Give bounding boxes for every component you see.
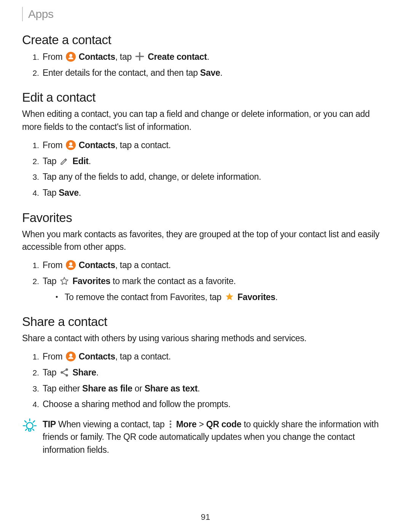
text: , tap (115, 52, 132, 62)
svg-point-10 (69, 354, 72, 357)
favorites-label: Favorites (237, 292, 276, 302)
contacts-icon (66, 52, 76, 62)
contacts-label: Contacts (79, 260, 115, 270)
save-label: Save (59, 188, 79, 198)
more-label: More (176, 419, 197, 429)
list-item: Tap Share. (41, 366, 389, 380)
svg-line-14 (63, 370, 66, 372)
text: . (220, 68, 222, 78)
heading-favorites: Favorites (22, 211, 389, 225)
svg-line-15 (63, 373, 66, 375)
list-item: Tap Save. (41, 186, 389, 200)
list-item: From Contacts, tap a contact. (41, 139, 389, 152)
share-icon (59, 367, 69, 377)
svg-line-18 (33, 421, 35, 422)
list-item: Tap Edit. (41, 155, 389, 168)
star-outline-icon (59, 276, 69, 286)
contacts-label: Contacts (79, 140, 115, 150)
list-item: Tap any of the fields to add, change, or… (41, 170, 389, 184)
svg-point-5 (69, 142, 72, 145)
save-label: Save (200, 68, 220, 78)
list-item: From Contacts, tap Create contact. (41, 50, 389, 64)
paragraph: When you mark contacts as favorites, the… (22, 228, 389, 254)
tip-label: TIP (43, 419, 56, 429)
text: From (43, 260, 62, 270)
text: Tap (43, 156, 56, 166)
svg-point-1 (69, 54, 72, 57)
contacts-icon (66, 351, 76, 361)
text: When viewing a contact, tap (56, 419, 165, 429)
text: . (207, 52, 209, 62)
sub-list: To remove the contact from Favorites, ta… (43, 291, 389, 304)
list-item: Tap either Share as file or Share as tex… (41, 382, 389, 396)
list-item: Tap Favorites to mark the contact as a f… (41, 275, 389, 304)
heading-edit-contact: Edit a contact (22, 90, 389, 105)
text: or (132, 383, 145, 393)
qr-code-label: QR code (206, 419, 241, 429)
favorites-label: Favorites (72, 276, 110, 286)
svg-point-8 (69, 262, 72, 265)
text: From (43, 140, 62, 150)
text: To remove the contact from Favorites, ta… (65, 292, 221, 302)
contacts-icon (66, 260, 76, 270)
page-number: 91 (0, 512, 411, 522)
text: Tap (43, 367, 56, 377)
heading-share-contact: Share a contact (22, 315, 389, 329)
tip-callout: TIP When viewing a contact, tap More > Q… (22, 418, 389, 456)
text: . (276, 292, 278, 302)
plus-icon (135, 51, 145, 61)
svg-rect-24 (29, 429, 31, 431)
breadcrumb-label: Apps (28, 8, 53, 21)
text: Tap (43, 188, 59, 198)
contacts-label: Contacts (79, 52, 115, 62)
list-item: Choose a sharing method and follow the p… (41, 398, 389, 411)
text: . (89, 156, 91, 166)
share-as-text-label: Share as text (145, 383, 198, 393)
list-item: To remove the contact from Favorites, ta… (54, 291, 389, 304)
star-filled-icon (225, 292, 234, 302)
steps-edit-contact: From Contacts, tap a contact. Tap Edit. … (22, 139, 389, 200)
edit-label: Edit (72, 156, 88, 166)
text: , tap a contact. (115, 140, 171, 150)
paragraph: Share a contact with others by using var… (22, 332, 389, 345)
text: to mark the contact as a favorite. (110, 276, 236, 286)
steps-create-contact: From Contacts, tap Create contact. Enter… (22, 50, 389, 80)
tip-text: TIP When viewing a contact, tap More > Q… (43, 418, 389, 456)
text: Tap either (43, 383, 82, 393)
text: , tap a contact. (115, 260, 171, 270)
share-label: Share (72, 367, 96, 377)
list-item: From Contacts, tap a contact. (41, 350, 389, 364)
create-contact-label: Create contact (148, 52, 207, 62)
list-item: From Contacts, tap a contact. (41, 259, 389, 272)
text: . (198, 383, 200, 393)
lightbulb-icon (22, 418, 37, 433)
text: . (96, 367, 99, 377)
text: From (43, 52, 62, 62)
breadcrumb: Apps (22, 7, 389, 21)
svg-point-23 (27, 423, 33, 429)
text: From (43, 351, 62, 361)
heading-create-contact: Create a contact (22, 33, 389, 47)
paragraph: When editing a contact, you can tap a fi… (22, 108, 389, 133)
text: > (197, 419, 206, 429)
steps-favorites: From Contacts, tap a contact. Tap Favori… (22, 259, 389, 304)
text: Tap (43, 276, 56, 286)
svg-line-22 (33, 429, 34, 430)
svg-line-21 (25, 429, 27, 430)
svg-point-27 (169, 426, 171, 428)
list-item: Enter details for the contact, and then … (41, 66, 389, 80)
svg-line-17 (25, 421, 26, 422)
steps-share-contact: From Contacts, tap a contact. Tap Share.… (22, 350, 389, 411)
text: Enter details for the contact, and then … (43, 68, 200, 78)
more-vertical-icon (168, 419, 173, 429)
svg-point-26 (169, 423, 171, 425)
edit-pencil-icon (59, 156, 69, 166)
share-as-file-label: Share as file (82, 383, 132, 393)
text: , tap a contact. (115, 351, 171, 361)
contacts-icon (66, 140, 76, 150)
text: . (79, 188, 81, 198)
contacts-label: Contacts (79, 351, 115, 361)
svg-point-25 (169, 420, 171, 422)
